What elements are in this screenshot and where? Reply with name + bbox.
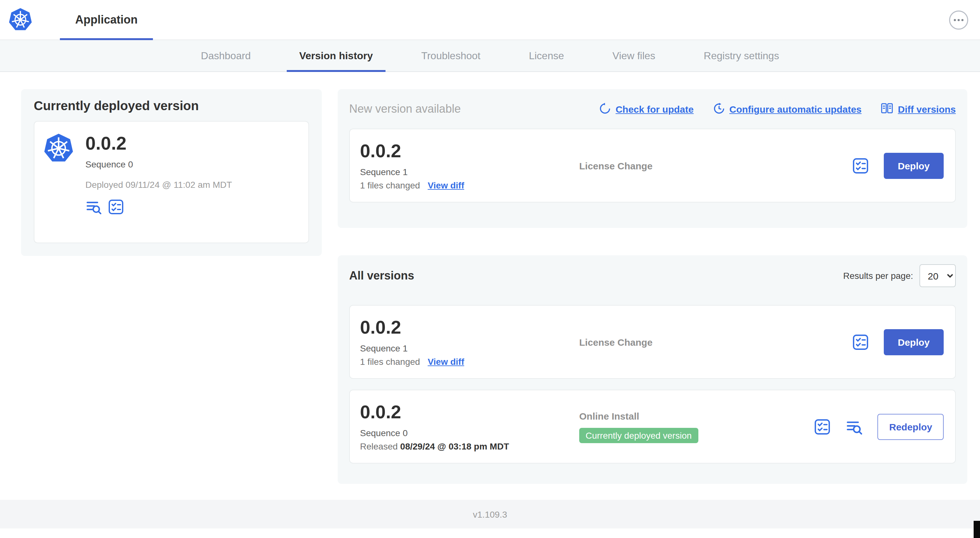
diff-columns-icon (881, 102, 893, 116)
tab-registry-settings[interactable]: Registry settings (679, 40, 803, 71)
current-version-panel: Currently deployed version (21, 89, 322, 256)
configure-automatic-updates-link[interactable]: Configure automatic updates (713, 102, 861, 116)
version-source-label: Online Install (579, 410, 814, 421)
checklist-icon (852, 157, 869, 174)
lines-magnifier-icon (846, 418, 863, 435)
new-version-title: New version available (349, 103, 461, 116)
version-row: 0.0.2 Sequence 0 Released 08/29/24 @ 03:… (349, 390, 956, 463)
version-row: 0.0.2 Sequence 1 1 files changed View di… (349, 305, 956, 379)
tab-view-files[interactable]: View files (588, 40, 679, 71)
right-column: New version available Check for update (338, 89, 967, 484)
main-content: Currently deployed version (0, 72, 980, 484)
version-sequence: Sequence 0 (360, 428, 579, 438)
version-number: 0.0.2 (360, 317, 579, 338)
checklist-icon (852, 333, 869, 351)
released-date-value: 08/29/24 @ 03:18 pm MDT (400, 441, 509, 451)
top-bar: Application (0, 0, 980, 40)
version-sequence: Sequence 1 (360, 343, 579, 353)
diff-versions-label: Diff versions (898, 104, 956, 114)
clock-refresh-icon (713, 102, 725, 116)
preflight-checks-button[interactable] (852, 333, 869, 351)
footer: v1.109.3 (0, 500, 980, 528)
results-per-page-select[interactable]: 20 (920, 264, 956, 287)
version-actions: Check for update Configure automatic up (599, 102, 956, 116)
new-version-card: 0.0.2 Sequence 1 1 files changed View di… (349, 129, 956, 203)
console-subnav: Dashboard Version history Troubleshoot L… (0, 40, 980, 72)
results-per-page: Results per page: 20 (843, 264, 956, 287)
preflight-checks-button[interactable] (852, 157, 869, 174)
released-label: Released (360, 441, 398, 451)
view-diff-link[interactable]: View diff (428, 357, 464, 367)
tab-dashboard[interactable]: Dashboard (177, 40, 275, 71)
app-tab-application[interactable]: Application (60, 0, 153, 40)
console-version-label: v1.109.3 (473, 509, 507, 519)
results-per-page-label: Results per page: (843, 271, 913, 281)
version-source-label: License Change (579, 160, 852, 171)
checklist-icon (814, 418, 831, 435)
deploy-button[interactable]: Deploy (884, 329, 944, 355)
tab-license[interactable]: License (505, 40, 588, 71)
view-diff-link[interactable]: View diff (428, 180, 464, 190)
checklist-icon (108, 198, 124, 215)
version-sequence: Sequence 1 (360, 167, 579, 177)
check-for-update-link[interactable]: Check for update (599, 102, 694, 116)
version-source-label: License Change (579, 336, 852, 347)
released-date: Released 08/29/24 @ 03:18 pm MDT (360, 441, 579, 451)
lines-magnifier-icon (85, 198, 102, 215)
configure-automatic-updates-label: Configure automatic updates (729, 104, 861, 114)
currently-deployed-badge: Currently deployed version (579, 427, 698, 443)
diff-versions-link[interactable]: Diff versions (881, 102, 956, 116)
redeploy-button[interactable]: Redeploy (878, 414, 944, 440)
version-number: 0.0.2 (360, 141, 579, 161)
version-number: 0.0.2 (85, 133, 232, 154)
current-version-actions (85, 198, 232, 215)
files-changed-label: 1 files changed (360, 180, 420, 190)
deployed-date: Deployed 09/11/24 @ 11:02 am MDT (85, 179, 232, 190)
current-version-info: 0.0.2 Sequence 0 Deployed 09/11/24 @ 11:… (85, 133, 232, 231)
tab-version-history[interactable]: Version history (275, 40, 397, 71)
ellipsis-icon (949, 10, 969, 30)
kubernetes-app-icon (43, 133, 74, 163)
current-version-title: Currently deployed version (34, 99, 309, 113)
all-versions-title: All versions (349, 269, 414, 282)
files-changed-label: 1 files changed (360, 357, 420, 367)
version-number: 0.0.2 (360, 402, 579, 422)
app-window: Application Dashboard Version history Tr… (0, 0, 980, 538)
deploy-button[interactable]: Deploy (884, 152, 944, 179)
kubernetes-logo-icon (8, 8, 32, 32)
all-versions-panel: All versions Results per page: 20 0.0.2 … (338, 255, 967, 484)
check-for-update-label: Check for update (616, 104, 694, 114)
version-sequence: Sequence 0 (85, 159, 232, 169)
app-tab-label: Application (75, 13, 138, 26)
scrollbar-thumb[interactable] (974, 521, 980, 538)
new-version-panel: New version available Check for update (338, 89, 967, 228)
more-menu-button[interactable] (949, 10, 969, 30)
deploy-logs-button[interactable] (846, 418, 863, 435)
preflight-checks-button[interactable] (108, 198, 124, 215)
tab-troubleshoot[interactable]: Troubleshoot (397, 40, 505, 71)
refresh-icon (599, 102, 611, 116)
preflight-checks-button[interactable] (814, 418, 831, 435)
release-notes-button[interactable] (85, 198, 102, 215)
current-version-card: 0.0.2 Sequence 0 Deployed 09/11/24 @ 11:… (34, 121, 309, 243)
